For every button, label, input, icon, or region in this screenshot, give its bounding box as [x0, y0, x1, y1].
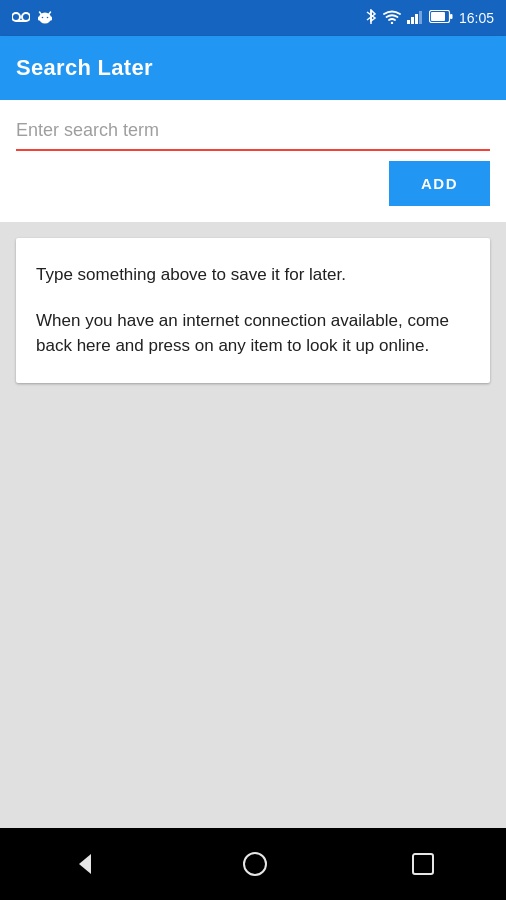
back-button[interactable] [71, 850, 99, 878]
search-input[interactable] [16, 112, 490, 151]
svg-rect-4 [39, 16, 51, 21]
svg-point-8 [47, 16, 49, 18]
app-title: Search Later [16, 55, 153, 81]
svg-rect-9 [38, 16, 40, 20]
svg-rect-14 [411, 17, 414, 24]
content-area: Type something above to save it for late… [0, 222, 506, 828]
svg-rect-13 [407, 20, 410, 24]
status-time: 16:05 [459, 10, 494, 26]
svg-rect-22 [413, 854, 433, 874]
signal-icon [407, 10, 423, 27]
search-area [0, 100, 506, 151]
svg-point-12 [391, 21, 393, 23]
status-bar: 16:05 [0, 0, 506, 36]
status-bar-left [12, 9, 52, 28]
svg-line-5 [40, 12, 42, 14]
battery-icon [429, 10, 453, 26]
svg-rect-15 [415, 14, 418, 24]
search-input-row [16, 112, 490, 151]
svg-point-1 [22, 13, 30, 21]
svg-line-6 [49, 12, 51, 14]
home-button[interactable] [241, 850, 269, 878]
android-icon [38, 9, 52, 28]
add-button[interactable]: ADD [389, 161, 490, 206]
add-button-row: ADD [0, 151, 506, 222]
bluetooth-icon [365, 9, 377, 28]
svg-rect-19 [450, 14, 453, 19]
svg-rect-2 [16, 20, 26, 22]
svg-point-0 [12, 13, 20, 21]
svg-marker-20 [79, 854, 91, 874]
info-card: Type something above to save it for late… [16, 238, 490, 383]
recents-button[interactable] [411, 852, 435, 876]
app-bar: Search Later [0, 36, 506, 100]
voicemail-icon [12, 11, 30, 26]
wifi-icon [383, 10, 401, 27]
info-text-primary: Type something above to save it for late… [36, 262, 470, 288]
info-text-secondary: When you have an internet connection ava… [36, 308, 470, 359]
svg-rect-10 [50, 16, 52, 20]
svg-rect-18 [431, 12, 445, 21]
svg-point-7 [42, 16, 44, 18]
svg-point-21 [244, 853, 266, 875]
status-bar-right: 16:05 [365, 9, 494, 28]
svg-rect-16 [419, 11, 422, 24]
nav-bar [0, 828, 506, 900]
